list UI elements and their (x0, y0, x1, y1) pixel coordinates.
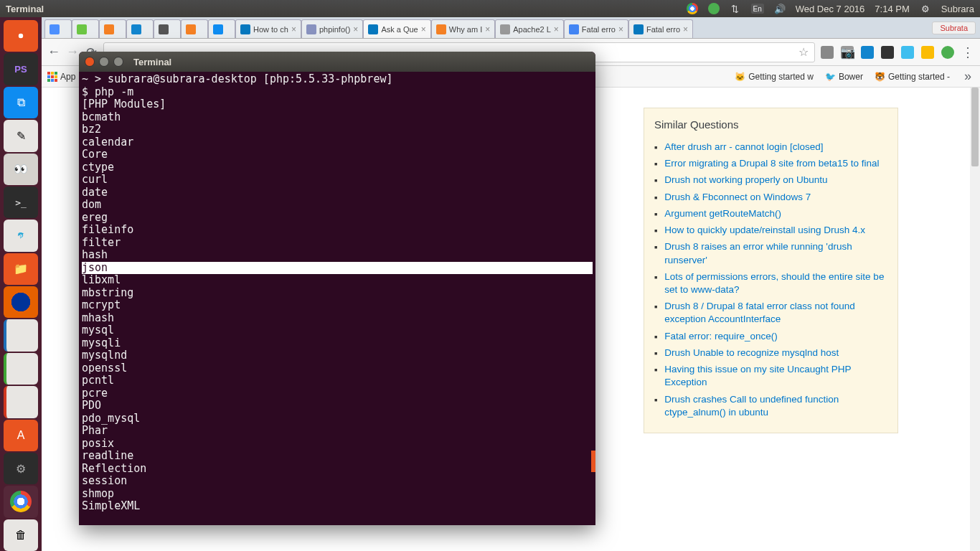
similar-question-link[interactable]: Drush 8 / Drupal 8 fatal error class not… (664, 300, 887, 326)
tab-close-icon[interactable]: × (418, 24, 426, 34)
browser-tab[interactable] (208, 19, 235, 38)
similar-question-link[interactable]: Drush crashes Call to undefined function… (664, 393, 887, 419)
profile-badge[interactable]: Subrata (932, 22, 976, 34)
bookmark-item[interactable]: 🐱 Getting started w (735, 72, 814, 82)
tab-favicon (104, 24, 114, 34)
similar-question-link[interactable]: Drush & Fbconnect on Windows 7 (664, 191, 811, 204)
similar-question-link[interactable]: Drush Unable to recognize mysqlnd host (664, 347, 839, 359)
similar-question-link[interactable]: Having this issue on my site Uncaught PH… (664, 363, 887, 389)
window-minimize-button[interactable] (99, 57, 109, 67)
chrome-icon[interactable] (4, 486, 38, 517)
ext-icon[interactable] (941, 46, 954, 59)
volume-icon[interactable]: 🔊 (774, 3, 786, 14)
terminal-icon[interactable]: >_ (4, 187, 38, 218)
software-center-icon[interactable]: A (4, 420, 38, 451)
unity-launcher: PS ⧉ ✎ 👀 >_ 🐬 📁 A ⚙ 🗑 (0, 17, 42, 551)
similar-question-link[interactable]: Drush 8 raises an error while running 'd… (664, 240, 887, 266)
ext-icon[interactable] (901, 46, 914, 59)
terminal-line: json (82, 262, 593, 275)
terminal-scroll-indicator[interactable] (591, 451, 595, 472)
phpstorm-icon[interactable]: PS (4, 53, 38, 85)
ext-icon[interactable] (921, 46, 934, 59)
screenshot-icon[interactable]: ⧉ (4, 87, 38, 118)
ext-icon[interactable] (821, 46, 834, 59)
status-indicator-icon[interactable] (708, 3, 720, 14)
bookmark-item[interactable]: 🐦 Bower (825, 72, 863, 82)
trash-icon[interactable]: 🗑 (4, 519, 38, 551)
browser-tab[interactable] (126, 19, 154, 38)
window-maximize-button[interactable] (113, 57, 123, 67)
browser-tab[interactable] (99, 19, 126, 38)
tab-close-icon[interactable]: × (616, 24, 623, 34)
tab-close-icon[interactable]: × (288, 24, 296, 34)
forward-button[interactable]: → (66, 46, 79, 59)
scrollbar-thumb[interactable] (971, 88, 979, 166)
settings-gear-icon[interactable]: ⚙ (920, 3, 931, 14)
star-icon[interactable]: ☆ (798, 45, 809, 59)
browser-tab[interactable]: Why am I× (431, 19, 495, 38)
libreoffice-calc-icon[interactable] (4, 353, 38, 385)
similar-question-link[interactable]: Argument getRouteMatch() (664, 207, 781, 220)
language-indicator[interactable]: En (751, 4, 764, 14)
tab-close-icon[interactable]: × (482, 24, 490, 34)
terminal-title: Terminal (133, 57, 171, 67)
dash-icon[interactable] (4, 20, 38, 52)
similar-question-link[interactable]: How to quickly update/reinstall using Dr… (664, 224, 865, 237)
similar-question-link[interactable]: Fatal error: require_once() (664, 330, 778, 343)
text-editor-icon[interactable]: ✎ (4, 120, 38, 151)
firefox-icon[interactable] (4, 286, 38, 318)
bookmark-item[interactable]: 🐯 Getting started - (875, 72, 950, 82)
browser-tab[interactable] (72, 19, 99, 38)
tab-favicon (633, 24, 644, 34)
tab-favicon (131, 24, 141, 34)
page-scrollbar[interactable] (970, 88, 980, 551)
browser-tab[interactable]: Ask a Que× (363, 19, 430, 38)
browser-tab[interactable] (44, 19, 72, 38)
terminal-window: Terminal ~ > subrara@subrara-desktop [ph… (79, 52, 595, 525)
similar-question-link[interactable]: Lots of permissions errors, should the e… (664, 270, 887, 296)
tab-close-icon[interactable]: × (551, 24, 559, 34)
browser-tab[interactable]: How to ch× (235, 19, 301, 38)
libreoffice-impress-icon[interactable] (4, 386, 38, 418)
similar-question-link[interactable]: Drush not working properly on Ubuntu (664, 174, 827, 187)
browser-tab[interactable]: Fatal erro× (628, 19, 693, 38)
chrome-indicator-icon[interactable] (687, 3, 698, 14)
terminal-line: dom (82, 199, 593, 212)
similar-question-link[interactable]: After drush arr - cannot login [closed] (664, 141, 823, 154)
similar-question-item: Drush & Fbconnect on Windows 7 (654, 191, 887, 204)
browser-tab[interactable]: Fatal erro× (564, 19, 628, 38)
system-settings-icon[interactable]: ⚙ (4, 453, 38, 484)
browser-tab[interactable] (154, 19, 181, 38)
bookmarks-overflow-icon[interactable]: » (961, 70, 974, 83)
session-user[interactable]: Subrara (941, 4, 974, 14)
browser-tab[interactable]: phpinfo()× (301, 19, 363, 38)
back-button[interactable]: ← (47, 46, 60, 59)
tab-close-icon[interactable]: × (350, 24, 358, 34)
files-icon[interactable]: 📁 (4, 253, 38, 285)
ext-icon[interactable] (881, 46, 894, 59)
browser-tab[interactable] (181, 19, 208, 38)
terminal-body[interactable]: ~ > subrara@subrara-desktop [php:5.5.33-… (79, 72, 595, 514)
clock-date[interactable]: Wed Dec 7 2016 (796, 4, 865, 14)
mysql-workbench-icon[interactable]: 🐬 (4, 220, 38, 251)
tab-close-icon[interactable]: × (680, 24, 688, 34)
similar-questions-sidebar: Similar Questions After drush arr - cann… (644, 108, 898, 433)
ext-icon[interactable] (861, 46, 874, 59)
similar-question-item: How to quickly update/reinstall using Dr… (654, 224, 887, 237)
terminal-line: [PHP Modules] (82, 98, 593, 111)
network-icon[interactable]: ⇅ (730, 3, 741, 14)
ext-icon[interactable]: 📷 (841, 46, 854, 59)
chrome-menu-icon[interactable]: ⋮ (961, 46, 974, 59)
tab-label: Why am I (449, 25, 482, 34)
clock-time[interactable]: 7:14 PM (875, 4, 909, 14)
browser-tab[interactable]: Apache2 L× (495, 19, 564, 38)
libreoffice-writer-icon[interactable] (4, 319, 38, 351)
terminal-titlebar[interactable]: Terminal (79, 52, 595, 72)
robot-app-icon[interactable]: 👀 (4, 154, 38, 185)
apps-shortcut[interactable]: App (47, 72, 75, 82)
terminal-line: pcre (82, 387, 593, 400)
tab-favicon (368, 24, 378, 34)
similar-question-link[interactable]: Error migrating a Drupal 8 site from bet… (664, 157, 879, 170)
window-close-button[interactable] (85, 57, 95, 67)
similar-question-item: Drush Unable to recognize mysqlnd host (654, 347, 887, 359)
